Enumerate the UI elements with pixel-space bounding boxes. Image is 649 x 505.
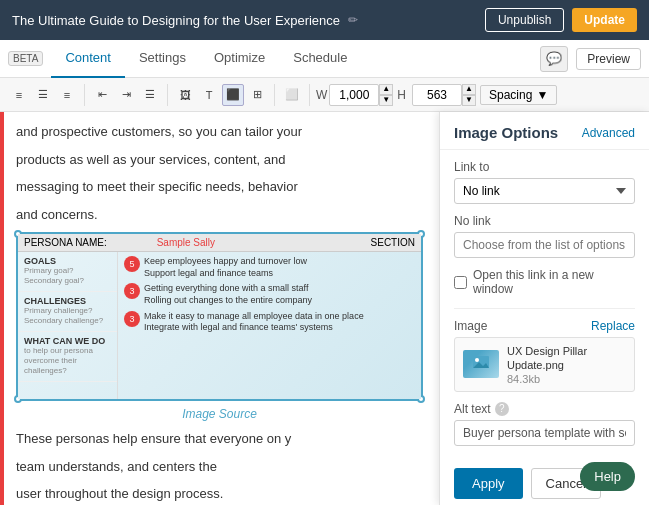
align-right-btn[interactable]: ≡: [56, 84, 78, 106]
editor-text-4: and concerns.: [16, 205, 423, 225]
link-to-label: Link to: [454, 160, 635, 174]
indent-tools: ⇤ ⇥ ☰: [91, 84, 168, 106]
alt-text-input[interactable]: [454, 420, 635, 446]
toolbar: ≡ ☰ ≡ ⇤ ⇥ ☰ 🖼 T ⬛ ⊞ ⬜ W ▲ ▼ H ▲ ▼ Spacin…: [0, 78, 649, 112]
width-down[interactable]: ▼: [379, 95, 393, 106]
indent-btn[interactable]: ⇥: [115, 84, 137, 106]
spacing-label: Spacing: [489, 88, 532, 102]
image-file-info: UX Design Pillar Update.png 84.3kb: [507, 344, 626, 385]
image-options-panel: Image Options Advanced Link to No link N…: [439, 112, 649, 505]
page-title: The Ultimate Guide to Designing for the …: [12, 13, 358, 28]
no-link-label: No link: [454, 214, 635, 228]
persona-name-label: PERSONA NAME:: [24, 237, 107, 248]
what-sub: to help our persona overcome their chall…: [24, 346, 111, 377]
persona-what-section: WHAT CAN WE DO to help our persona overc…: [18, 332, 117, 382]
new-window-label: Open this link in a new window: [473, 268, 635, 296]
new-window-checkbox[interactable]: [454, 276, 467, 289]
image-info-box: UX Design Pillar Update.png 84.3kb: [454, 337, 635, 392]
chat-icon-button[interactable]: 💬: [540, 46, 568, 72]
editor-text-5: These personas help ensure that everyone…: [16, 429, 423, 449]
align-tools: ≡ ☰ ≡: [8, 84, 85, 106]
image-filesize: 84.3kb: [507, 373, 626, 385]
image-filename: UX Design Pillar Update.png: [507, 344, 626, 373]
tab-schedule[interactable]: Schedule: [279, 40, 361, 78]
list-btn[interactable]: ☰: [139, 84, 161, 106]
page-title-text: The Ultimate Guide to Designing for the …: [12, 13, 340, 28]
layout-tool: ⬜: [281, 84, 310, 106]
challenges-sub: Primary challenge? Secondary challenge?: [24, 306, 111, 327]
what-title: WHAT CAN WE DO: [24, 336, 111, 346]
persona-row-1: 5 Keep employees happy and turnover lowS…: [124, 256, 415, 279]
beta-badge: BETA: [8, 51, 43, 66]
tab-settings[interactable]: Settings: [125, 40, 200, 78]
persona-right-col: 5 Keep employees happy and turnover lowS…: [118, 252, 421, 399]
image-source-link[interactable]: Image Source: [16, 407, 423, 421]
image-btn[interactable]: 🖼: [174, 84, 196, 106]
persona-sample-name: Sample Sally: [111, 237, 261, 248]
editor-text-3: messaging to meet their specific needs, …: [16, 177, 423, 197]
width-input[interactable]: [329, 84, 379, 106]
preview-button[interactable]: Preview: [576, 48, 641, 70]
width-up[interactable]: ▲: [379, 84, 393, 95]
persona-num-2: 3: [124, 283, 140, 299]
update-button[interactable]: Update: [572, 8, 637, 32]
height-up[interactable]: ▲: [462, 84, 476, 95]
challenges-title: CHALLENGES: [24, 296, 111, 306]
panel-title: Image Options: [454, 124, 558, 141]
new-window-row: Open this link in a new window: [454, 268, 635, 296]
persona-row-3: 3 Make it easy to manage all employee da…: [124, 311, 415, 334]
image-thumbnail: [463, 350, 499, 378]
advanced-link[interactable]: Advanced: [582, 126, 635, 140]
spacing-button[interactable]: Spacing ▼: [480, 85, 557, 105]
alt-text-row: Alt text ?: [454, 402, 635, 416]
top-bar-actions: Unpublish Update: [485, 8, 637, 32]
alt-text-label: Alt text: [454, 402, 491, 416]
panel-header: Image Options Advanced: [440, 112, 649, 150]
text-btn[interactable]: T: [198, 84, 220, 106]
persona-text-3: Make it easy to manage all employee data…: [144, 311, 364, 334]
svg-point-1: [475, 358, 479, 362]
editor-image-container[interactable]: PERSONA NAME: Sample Sally SECTION GOALS…: [16, 232, 423, 401]
editor-text-6: team understands, and centers the: [16, 457, 423, 477]
active-media-btn[interactable]: ⬛: [222, 84, 244, 106]
persona-goals-section: GOALS Primary goal? Secondary goal?: [18, 252, 117, 292]
nav-right: 💬 Preview: [540, 46, 641, 72]
height-input[interactable]: [412, 84, 462, 106]
persona-num-3: 3: [124, 311, 140, 327]
persona-num-1: 5: [124, 256, 140, 272]
layout-btn[interactable]: ⬜: [281, 84, 303, 106]
align-center-btn[interactable]: ☰: [32, 84, 54, 106]
persona-left-col: GOALS Primary goal? Secondary goal? CHAL…: [18, 252, 118, 399]
height-label: H: [397, 88, 406, 102]
width-input-group: W ▲ ▼: [316, 84, 393, 106]
outdent-btn[interactable]: ⇤: [91, 84, 113, 106]
height-input-group: ▲ ▼: [412, 84, 476, 106]
editor-area: and prospective customers, so you can ta…: [0, 112, 439, 505]
unpublish-button[interactable]: Unpublish: [485, 8, 564, 32]
grid-btn[interactable]: ⊞: [246, 84, 268, 106]
width-spinner: ▲ ▼: [379, 84, 393, 106]
panel-divider: [454, 308, 635, 309]
panel-body: Link to No link No link Open this link i…: [440, 150, 649, 468]
alt-text-info-icon[interactable]: ?: [495, 402, 509, 416]
link-to-select[interactable]: No link: [454, 178, 635, 204]
editor-left-border: [0, 112, 4, 505]
nav-tabs: BETA Content Settings Optimize Schedule …: [0, 40, 649, 78]
align-left-btn[interactable]: ≡: [8, 84, 30, 106]
height-down[interactable]: ▼: [462, 95, 476, 106]
spacing-chevron: ▼: [536, 88, 548, 102]
editor-text-2: products as well as your services, conte…: [16, 150, 423, 170]
apply-button[interactable]: Apply: [454, 468, 523, 499]
link-input[interactable]: [454, 232, 635, 258]
image-label: Image: [454, 319, 487, 333]
tab-content[interactable]: Content: [51, 40, 125, 78]
goals-sub: Primary goal? Secondary goal?: [24, 266, 111, 287]
help-button[interactable]: Help: [580, 462, 635, 491]
persona-header: PERSONA NAME: Sample Sally SECTION: [18, 234, 421, 252]
replace-link[interactable]: Replace: [591, 319, 635, 333]
edit-icon[interactable]: ✏: [348, 13, 358, 27]
height-spinner: ▲ ▼: [462, 84, 476, 106]
tab-optimize[interactable]: Optimize: [200, 40, 279, 78]
image-thumb-inner: [463, 350, 499, 378]
persona-text-1: Keep employees happy and turnover lowSup…: [144, 256, 307, 279]
